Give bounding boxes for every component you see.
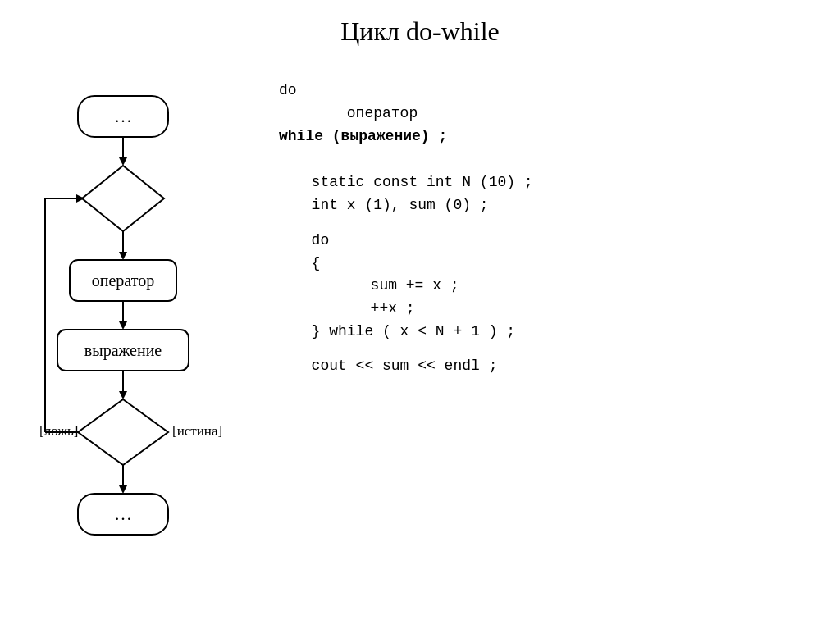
example-line2: int x (1), sum (0) ; xyxy=(279,194,533,217)
code-panel: do оператор while (выражение) ; static c… xyxy=(279,80,533,599)
svg-marker-2 xyxy=(119,157,127,166)
svg-marker-3 xyxy=(82,166,164,231)
flowchart-true-label: [истина] xyxy=(172,423,222,439)
svg-marker-5 xyxy=(119,252,127,260)
example-line3: do xyxy=(279,230,533,253)
svg-marker-8 xyxy=(119,321,127,330)
svg-marker-14 xyxy=(119,485,127,494)
syntax-line1: do xyxy=(279,80,533,103)
flowchart-top-box-label: … xyxy=(114,106,132,126)
example-line8: cout << sum << endl ; xyxy=(279,355,533,378)
example-line4: { xyxy=(279,253,533,276)
example-line7: } while ( x < N + 1 ) ; xyxy=(279,321,533,344)
flowchart-bottom-box-label: … xyxy=(114,504,132,524)
flowchart-operator-label: оператор xyxy=(92,271,154,290)
svg-marker-11 xyxy=(119,391,127,399)
syntax-line2: оператор xyxy=(279,103,533,125)
content-area: … оператор выражение xyxy=(0,63,840,599)
svg-marker-12 xyxy=(78,399,168,465)
example-line1: static const int N (10) ; xyxy=(279,171,533,194)
page-title: Цикл do-while xyxy=(0,0,840,63)
example-line6: ++x ; xyxy=(279,298,533,321)
flowchart-expression-label: выражение xyxy=(84,341,162,360)
syntax-line3: while (выражение) ; xyxy=(279,125,533,148)
flowchart-diagram: … оператор выражение xyxy=(33,88,246,599)
example-line5: sum += x ; xyxy=(279,275,533,298)
svg-marker-19 xyxy=(76,194,84,203)
